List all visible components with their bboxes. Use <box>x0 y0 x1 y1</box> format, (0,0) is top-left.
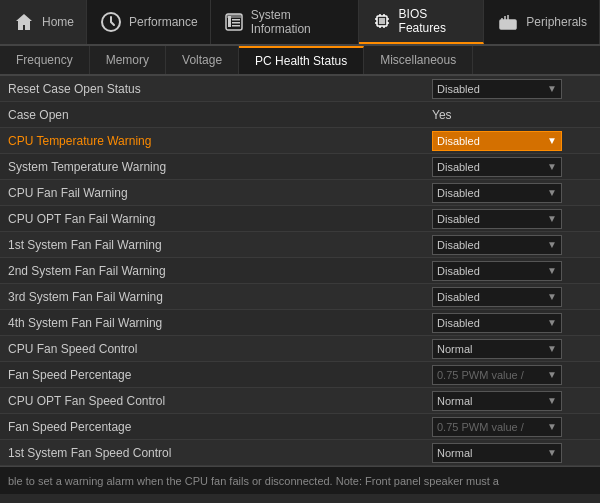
nav-peripherals-label: Peripherals <box>526 15 587 29</box>
dropdown-select[interactable]: Disabled▼ <box>432 157 562 177</box>
nav-system-information[interactable]: System Information <box>211 0 359 44</box>
chevron-down-icon: ▼ <box>547 421 557 432</box>
dropdown-value: Normal <box>437 343 472 355</box>
dropdown-value: Disabled <box>437 83 480 95</box>
row-value: Disabled▼ <box>432 209 592 229</box>
nav-performance[interactable]: Performance <box>87 0 211 44</box>
subtab-memory[interactable]: Memory <box>90 46 166 74</box>
row-label: CPU Temperature Warning <box>8 134 432 148</box>
dropdown-select[interactable]: Disabled▼ <box>432 261 562 281</box>
dropdown-value: 0.75 PWM value / <box>437 421 524 433</box>
chevron-down-icon: ▼ <box>547 369 557 380</box>
row-value: Normal▼ <box>432 443 592 463</box>
dropdown-value: Disabled <box>437 265 480 277</box>
table-row: 3rd System Fan Fail WarningDisabled▼ <box>0 284 600 310</box>
dropdown-select[interactable]: Disabled▼ <box>432 131 562 151</box>
row-label: 3rd System Fan Fail Warning <box>8 290 432 304</box>
row-label: Reset Case Open Status <box>8 82 432 96</box>
row-value: Disabled▼ <box>432 183 592 203</box>
svg-rect-3 <box>228 16 231 27</box>
row-label: 2nd System Fan Fail Warning <box>8 264 432 278</box>
plain-value: Yes <box>432 108 452 122</box>
subtab-pc-health-status[interactable]: PC Health Status <box>239 46 364 74</box>
table-row: 1st System Fan Fail WarningDisabled▼ <box>0 232 600 258</box>
row-value: Disabled▼ <box>432 313 592 333</box>
table-row: Reset Case Open StatusDisabled▼ <box>0 76 600 102</box>
table-row: CPU Fan Speed ControlNormal▼ <box>0 336 600 362</box>
row-label: Fan Speed Percentage <box>8 368 432 382</box>
chevron-down-icon: ▼ <box>547 265 557 276</box>
subtab-voltage[interactable]: Voltage <box>166 46 239 74</box>
subtab-miscellaneous[interactable]: Miscellaneous <box>364 46 473 74</box>
row-value: Normal▼ <box>432 339 592 359</box>
row-label: CPU OPT Fan Fail Warning <box>8 212 432 226</box>
chevron-down-icon: ▼ <box>547 135 557 146</box>
svg-rect-4 <box>232 19 240 21</box>
table-row: Fan Speed Percentage0.75 PWM value /▼ <box>0 414 600 440</box>
dropdown-select[interactable]: Disabled▼ <box>432 79 562 99</box>
row-value: Disabled▼ <box>432 131 592 151</box>
table-row: Case OpenYes <box>0 102 600 128</box>
dropdown-value: Disabled <box>437 317 480 329</box>
dropdown-select[interactable]: Disabled▼ <box>432 235 562 255</box>
nav-performance-label: Performance <box>129 15 198 29</box>
row-value: Normal▼ <box>432 391 592 411</box>
dropdown-value: Disabled <box>437 291 480 303</box>
row-label: CPU Fan Speed Control <box>8 342 432 356</box>
table-row: 1st System Fan Speed ControlNormal▼ <box>0 440 600 466</box>
chevron-down-icon: ▼ <box>547 83 557 94</box>
dropdown-select[interactable]: 0.75 PWM value /▼ <box>432 365 562 385</box>
dropdown-value: Disabled <box>437 239 480 251</box>
nav-bios-features-label: BIOS Features <box>399 7 472 35</box>
table-row: Fan Speed Percentage0.75 PWM value /▼ <box>0 362 600 388</box>
row-value: Disabled▼ <box>432 235 592 255</box>
chevron-down-icon: ▼ <box>547 213 557 224</box>
dropdown-value: Normal <box>437 395 472 407</box>
home-icon <box>12 10 36 34</box>
chevron-down-icon: ▼ <box>547 187 557 198</box>
nav-bios-features[interactable]: BIOS Features <box>359 0 485 44</box>
dropdown-value: 0.75 PWM value / <box>437 369 524 381</box>
chevron-down-icon: ▼ <box>547 317 557 328</box>
svg-rect-8 <box>379 18 385 24</box>
dropdown-select[interactable]: Normal▼ <box>432 391 562 411</box>
nav-system-information-label: System Information <box>251 8 346 36</box>
dropdown-value: Disabled <box>437 187 480 199</box>
peripheral-icon <box>496 10 520 34</box>
row-label: 4th System Fan Fail Warning <box>8 316 432 330</box>
row-value: Disabled▼ <box>432 79 592 99</box>
dropdown-select[interactable]: Disabled▼ <box>432 313 562 333</box>
dropdown-value: Normal <box>437 447 472 459</box>
dropdown-value: Disabled <box>437 135 480 147</box>
row-label: 1st System Fan Speed Control <box>8 446 432 460</box>
row-label: CPU OPT Fan Speed Control <box>8 394 432 408</box>
chevron-down-icon: ▼ <box>547 447 557 458</box>
nav-home-label: Home <box>42 15 74 29</box>
chevron-down-icon: ▼ <box>547 161 557 172</box>
nav-home[interactable]: Home <box>0 0 87 44</box>
status-bar: ble to set a warning alarm when the CPU … <box>0 466 600 494</box>
nav-peripherals[interactable]: Peripherals <box>484 0 600 44</box>
content-area: Reset Case Open StatusDisabled▼Case Open… <box>0 76 600 466</box>
subtab-frequency[interactable]: Frequency <box>0 46 90 74</box>
table-row: 4th System Fan Fail WarningDisabled▼ <box>0 310 600 336</box>
dropdown-select[interactable]: 0.75 PWM value /▼ <box>432 417 562 437</box>
table-row: System Temperature WarningDisabled▼ <box>0 154 600 180</box>
dropdown-select[interactable]: Disabled▼ <box>432 209 562 229</box>
row-value: 0.75 PWM value /▼ <box>432 417 592 437</box>
sub-tabs: Frequency Memory Voltage PC Health Statu… <box>0 46 600 76</box>
row-value: Yes <box>432 108 592 122</box>
chevron-down-icon: ▼ <box>547 239 557 250</box>
dropdown-select[interactable]: Disabled▼ <box>432 287 562 307</box>
dropdown-select[interactable]: Normal▼ <box>432 443 562 463</box>
row-value: Disabled▼ <box>432 287 592 307</box>
row-label: System Temperature Warning <box>8 160 432 174</box>
table-row: CPU OPT Fan Fail WarningDisabled▼ <box>0 206 600 232</box>
chevron-down-icon: ▼ <box>547 395 557 406</box>
clock-icon <box>99 10 123 34</box>
dropdown-value: Disabled <box>437 161 480 173</box>
row-label: CPU Fan Fail Warning <box>8 186 432 200</box>
dropdown-select[interactable]: Disabled▼ <box>432 183 562 203</box>
dropdown-select[interactable]: Normal▼ <box>432 339 562 359</box>
chevron-down-icon: ▼ <box>547 343 557 354</box>
